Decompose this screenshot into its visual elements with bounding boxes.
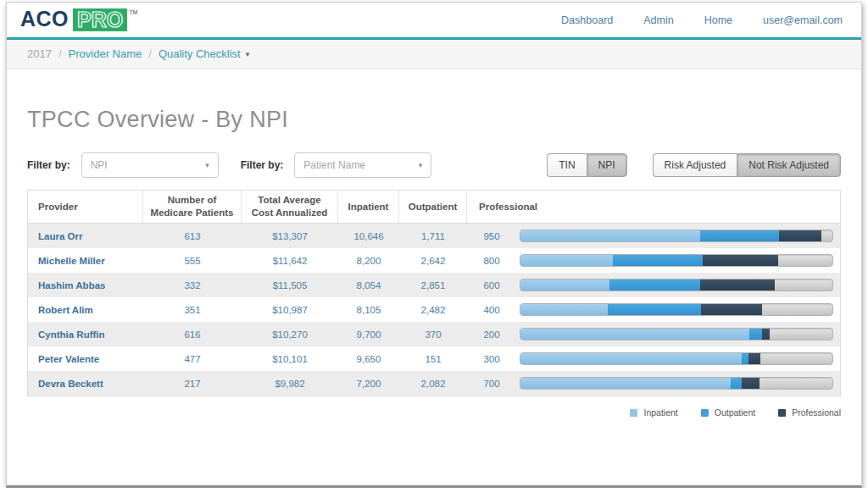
cost-cell: $11,642: [242, 256, 338, 266]
breadcrumb-separator: /: [58, 47, 62, 60]
professional-bar-segment: [701, 304, 762, 315]
npi-filter-select[interactable]: NPI ▾: [81, 152, 219, 178]
table-row: Laura Orr613$13,30710,6461,711950: [28, 224, 840, 248]
professional-bar-segment: [779, 230, 821, 241]
provider-cell: Michelle Miller: [28, 256, 143, 266]
table-row: Peter Valente477$10,1019,650151300: [28, 346, 840, 371]
professional-cell: 600: [467, 280, 516, 290]
outpatient-cell: 2,642: [399, 256, 467, 266]
professional-cell: 700: [467, 379, 516, 389]
toggle-not-risk-adjusted[interactable]: Not Risk Adjusted: [737, 153, 841, 177]
cost-bar-cell: [516, 303, 840, 316]
outpatient-cell: 1,711: [399, 231, 467, 241]
cost-bar-track: [520, 279, 833, 291]
patients-cell: 217: [143, 379, 242, 389]
nav-home[interactable]: Home: [704, 14, 732, 26]
inpatient-bar-segment: [520, 329, 749, 340]
col-header-medicare-patients[interactable]: Number of Medicare Patients: [143, 191, 242, 223]
col-header-total-average-cost[interactable]: Total Average Cost Annualized: [242, 191, 338, 223]
table-row: Hashim Abbas332$11,5058,0542,851600: [28, 273, 840, 297]
outpatient-bar-segment: [749, 329, 762, 340]
outpatient-bar-segment: [742, 353, 748, 364]
breadcrumb-provider-name[interactable]: Provider Name: [69, 47, 142, 60]
cost-bar-track: [520, 352, 833, 365]
outpatient-bar-segment: [700, 230, 780, 241]
legend-item-outpatient: Outpatient: [701, 407, 755, 418]
chart-legend: Inpatient Outpatient Professional: [27, 407, 841, 418]
col-header-inpatient[interactable]: Inpatient: [338, 191, 399, 223]
toggle-tin[interactable]: TIN: [547, 153, 586, 177]
col-header-provider[interactable]: Provider: [28, 191, 143, 223]
professional-swatch-icon: [778, 409, 786, 417]
outpatient-swatch-icon: [701, 409, 709, 417]
nav-admin[interactable]: Admin: [643, 14, 673, 26]
inpatient-swatch-icon: [630, 409, 637, 417]
col-header-professional[interactable]: Professional: [467, 191, 840, 223]
nav-user-email[interactable]: user@email.com: [763, 14, 843, 26]
inpatient-bar-segment: [520, 279, 609, 290]
chevron-down-icon[interactable]: ▾: [246, 50, 250, 58]
filter-by-label: Filter by:: [241, 159, 284, 171]
breadcrumb-year[interactable]: 2017: [27, 47, 52, 60]
filter-by-label: Filter by:: [27, 159, 70, 171]
patients-cell: 332: [143, 280, 242, 290]
professional-bar-segment: [762, 329, 770, 340]
cost-cell: $13,307: [242, 231, 338, 241]
cost-cell: $11,505: [242, 280, 338, 290]
logo-text-aco: ACO: [20, 8, 69, 30]
patients-cell: 477: [143, 354, 242, 364]
npi-filter-value: NPI: [91, 159, 108, 171]
outpatient-cell: 2,082: [399, 379, 467, 389]
table-row: Robert Alim351$10,9878,1052,482400: [28, 297, 840, 322]
cost-bar-track: [520, 230, 833, 242]
legend-label: Professional: [792, 407, 841, 418]
provider-link[interactable]: Peter Valente: [38, 354, 99, 364]
patients-cell: 555: [143, 256, 242, 266]
provider-link[interactable]: Laura Orr: [38, 231, 82, 241]
provider-link[interactable]: Hashim Abbas: [38, 280, 105, 290]
nav-dashboard[interactable]: Dashboard: [561, 14, 613, 26]
inpatient-cell: 8,054: [338, 280, 399, 290]
cost-bar-track: [520, 377, 833, 390]
table-row: Devra Beckett217$9,9827,2002,082700: [28, 371, 840, 396]
logo-text-pro: PRO: [73, 8, 127, 31]
cost-cell: $10,101: [242, 354, 338, 364]
provider-cell: Laura Orr: [28, 231, 143, 241]
cost-cell: $10,270: [242, 329, 338, 340]
provider-cell: Cynthia Ruffin: [28, 329, 143, 340]
inpatient-cell: 8,105: [338, 305, 399, 315]
acopro-logo[interactable]: ACO PRO TM: [20, 8, 137, 31]
professional-cell: 400: [467, 305, 516, 315]
toggle-npi[interactable]: NPI: [587, 153, 627, 177]
table-body: Laura Orr613$13,30710,6461,711950Michell…: [28, 224, 840, 396]
risk-adjusted-toggle: Risk Adjusted Not Risk Adjusted: [653, 153, 841, 177]
professional-cell: 950: [467, 231, 516, 241]
table-header: Provider Number of Medicare Patients Tot…: [28, 191, 840, 224]
provider-link[interactable]: Devra Beckett: [38, 379, 103, 389]
inpatient-bar-segment: [520, 230, 700, 241]
provider-link[interactable]: Michelle Miller: [38, 256, 105, 266]
inpatient-cell: 10,646: [338, 231, 399, 241]
outpatient-bar-segment: [731, 378, 742, 389]
inpatient-cell: 7,200: [338, 379, 399, 389]
outpatient-cell: 2,482: [399, 305, 467, 315]
cost-bar-cell: [516, 230, 840, 242]
inpatient-cell: 9,700: [338, 329, 399, 340]
main-content: TPCC Overview - By NPI Filter by: NPI ▾ …: [7, 107, 861, 418]
professional-cell: 300: [467, 354, 516, 364]
table-row: Cynthia Ruffin616$10,2709,700370200: [28, 322, 840, 346]
inpatient-bar-segment: [520, 353, 742, 364]
cost-bar-track: [520, 254, 833, 267]
provider-link[interactable]: Cynthia Ruffin: [38, 329, 105, 340]
professional-bar-segment: [700, 279, 775, 290]
patient-name-filter-select[interactable]: Patient Name ▾: [294, 152, 431, 178]
legend-item-professional: Professional: [778, 407, 841, 418]
breadcrumb-quality-checklist[interactable]: Quality Checklist: [159, 47, 241, 60]
toggle-risk-adjusted[interactable]: Risk Adjusted: [653, 153, 737, 177]
inpatient-bar-segment: [520, 304, 608, 315]
cost-bar-cell: [516, 254, 840, 267]
provider-cell: Peter Valente: [28, 354, 143, 364]
provider-cell: Devra Beckett: [28, 379, 143, 389]
col-header-outpatient[interactable]: Outpatient: [399, 191, 467, 223]
provider-link[interactable]: Robert Alim: [38, 305, 93, 315]
